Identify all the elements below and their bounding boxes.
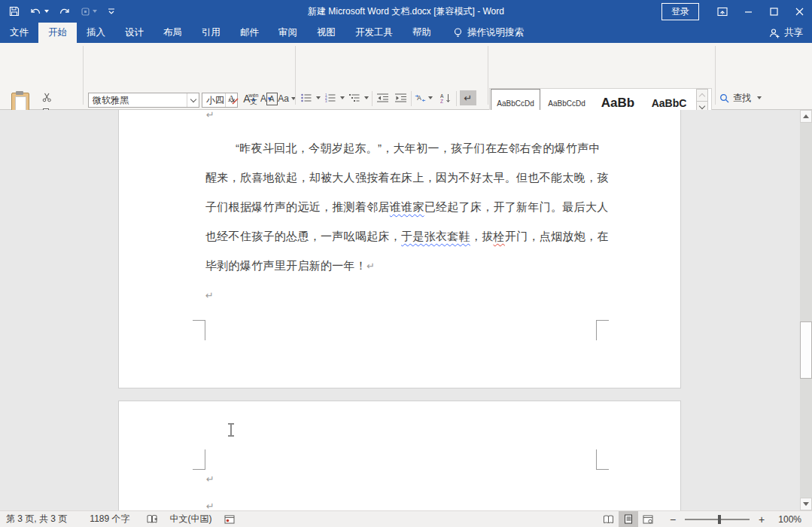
scroll-up-icon[interactable] [800, 110, 812, 123]
doc-text-flagged: 栓 [494, 230, 505, 242]
tab-insert[interactable]: 插入 [77, 23, 115, 43]
sort-icon: AZ [440, 93, 451, 103]
document-area: ↵ “昨夜斗回北，今朝岁起东。”，大年初一，孩子们在左邻右舍的爆竹声中醒来，欣喜… [0, 110, 800, 510]
increase-indent-button[interactable] [393, 91, 408, 105]
tab-design[interactable]: 设计 [115, 23, 154, 43]
increase-indent-icon [395, 93, 406, 102]
zoom-level[interactable]: 100% [772, 511, 812, 527]
vertical-scrollbar[interactable] [800, 110, 812, 510]
multilevel-list-dropdown-icon[interactable] [361, 91, 369, 105]
sort-button[interactable]: AZ [438, 91, 453, 105]
maximize-button[interactable] [761, 0, 786, 23]
search-icon [719, 93, 729, 103]
page-indicator[interactable]: 第 3 页, 共 3 页 [0, 511, 73, 527]
status-bar: 第 3 页, 共 3 页 1189 个字 中文(中国) − + 100% [0, 510, 812, 527]
text-boundary-mark-bottom-right [596, 320, 609, 340]
zoom-out-button[interactable]: − [658, 511, 679, 527]
change-case-button[interactable]: Aa [277, 91, 297, 106]
tab-file[interactable]: 文件 [0, 23, 38, 43]
bullet-list-icon [301, 93, 312, 102]
style-preview: AaBbC [652, 97, 687, 109]
doc-text: 毕剥的爆竹声里开启新的一年！ [205, 259, 366, 272]
character-border-button[interactable]: A [265, 91, 278, 106]
doc-text: 子们根据爆竹声的远近，推测着邻居 [205, 200, 390, 213]
doc-text: “昨夜斗回北，今朝岁起东。”，大年初一，孩子们在左邻右舍的爆竹声中 [236, 142, 601, 154]
numbering-button[interactable]: 123 [324, 91, 337, 105]
find-dropdown-icon[interactable] [757, 96, 762, 99]
svg-text:A: A [440, 93, 444, 99]
numbering-dropdown-icon[interactable] [337, 91, 345, 105]
change-case-icon: Aa [278, 93, 289, 104]
close-button[interactable] [786, 0, 812, 23]
paragraph-mark: ↵ [206, 474, 214, 485]
macro-record-icon[interactable] [218, 511, 241, 527]
minimize-button[interactable] [735, 0, 761, 23]
doc-text: 已经起了床，开了新年门。最后大人 [424, 200, 609, 213]
document-page-2[interactable]: ↵ ↵ [118, 401, 681, 510]
web-layout-button[interactable] [638, 511, 658, 527]
language-indicator[interactable]: 中文(中国) [164, 511, 218, 527]
tab-mailings[interactable]: 邮件 [230, 23, 269, 43]
phonetic-guide-button[interactable]: wén 文 [245, 90, 262, 108]
zoom-in-button[interactable]: + [756, 511, 772, 527]
title-bar: 新建 Microsoft Word 文档.docx [兼容模式] - Word … [0, 0, 812, 23]
character-border-icon: A [266, 93, 278, 105]
doc-text-flagged: 于是张衣套鞋 [401, 230, 470, 242]
doc-line: 子们根据爆竹声的远近，推测着邻居谁谁家已经起了床，开了新年门。最后大人 [205, 192, 604, 221]
styles-scroll-up-icon[interactable] [696, 89, 708, 102]
tell-me-label: 操作说明搜索 [467, 26, 524, 39]
find-button[interactable]: 查找 [719, 91, 762, 105]
scissors-icon [42, 93, 52, 102]
doc-line: “昨夜斗回北，今朝岁起东。”，大年初一，孩子们在左邻右舍的爆竹声中 [205, 133, 604, 163]
read-mode-button[interactable] [599, 511, 619, 527]
word-count[interactable]: 1189 个字 [84, 511, 135, 527]
cut-button[interactable] [39, 91, 54, 104]
font-name-value: 微软雅黑 [93, 94, 129, 107]
style-preview: AaBbCcDd [497, 99, 534, 108]
font-name-combobox[interactable]: 微软雅黑 [88, 93, 199, 108]
zoom-slider-thumb[interactable] [718, 515, 721, 524]
proofing-status-icon[interactable] [141, 511, 164, 527]
scrollbar-thumb[interactable] [800, 321, 812, 379]
show-formatting-marks-button[interactable]: ↵ [460, 90, 476, 105]
share-label: 共享 [784, 26, 803, 39]
bullets-dropdown-icon[interactable] [313, 91, 321, 105]
tab-view[interactable]: 视图 [307, 23, 345, 43]
doc-text: 也经不住孩子的怂恿，一声吆喝起床， [205, 230, 401, 242]
zoom-slider[interactable] [685, 519, 750, 520]
clear-formatting-button[interactable]: A [226, 91, 241, 106]
asian-layout-dropdown-icon[interactable] [428, 96, 433, 99]
tab-review[interactable]: 审阅 [269, 23, 307, 43]
ribbon: 粘贴 剪贴板 微软雅黑 小四 A▲ A▼ Aa B I U ab [0, 43, 812, 110]
tab-layout[interactable]: 布局 [154, 23, 192, 43]
decrease-indent-button[interactable] [375, 91, 390, 105]
read-mode-icon [603, 515, 614, 524]
tab-help[interactable]: 帮助 [403, 23, 441, 43]
share-button[interactable]: 共享 [769, 23, 803, 43]
doc-text: 开门，点烟放炮，在 [505, 230, 609, 242]
svg-text:3: 3 [325, 99, 327, 102]
font-name-dropdown-icon[interactable] [187, 93, 199, 107]
tab-home[interactable]: 开始 [38, 23, 77, 43]
multilevel-list-button[interactable] [348, 91, 361, 105]
doc-line: 醒来，欣喜地欲起，却被大人强按着在床上，因为不好太早。但也不能太晚，孩 [205, 163, 604, 192]
print-layout-button[interactable] [619, 511, 638, 527]
sign-in-button[interactable]: 登录 [661, 3, 699, 20]
tab-developer[interactable]: 开发工具 [345, 23, 403, 43]
tell-me-search[interactable]: 操作说明搜索 [446, 23, 531, 43]
phonetic-guide-icon: 文 [250, 99, 257, 105]
scroll-down-icon[interactable] [800, 498, 812, 510]
ribbon-tab-row: 文件 开始 插入 设计 布局 引用 邮件 审阅 视图 开发工具 帮助 操作说明搜… [0, 23, 812, 43]
doc-text-flagged: 谁谁家 [390, 200, 424, 213]
tab-references[interactable]: 引用 [192, 23, 230, 43]
ribbon-display-options-icon[interactable] [710, 0, 735, 23]
web-layout-icon [643, 515, 653, 524]
bullets-button[interactable] [300, 91, 313, 105]
asian-layout-button[interactable]: A [415, 91, 433, 105]
decrease-indent-icon [377, 93, 388, 102]
font-size-value: 小四 [206, 94, 224, 107]
doc-line: 也经不住孩子的怂恿，一声吆喝起床，于是张衣套鞋，拔栓开门，点烟放炮，在 [205, 221, 604, 251]
document-page-1[interactable]: ↵ “昨夜斗回北，今朝岁起东。”，大年初一，孩子们在左邻右舍的爆竹声中醒来，欣喜… [118, 110, 681, 388]
clear-formatting-icon: A [228, 93, 235, 105]
print-layout-icon [624, 514, 633, 524]
